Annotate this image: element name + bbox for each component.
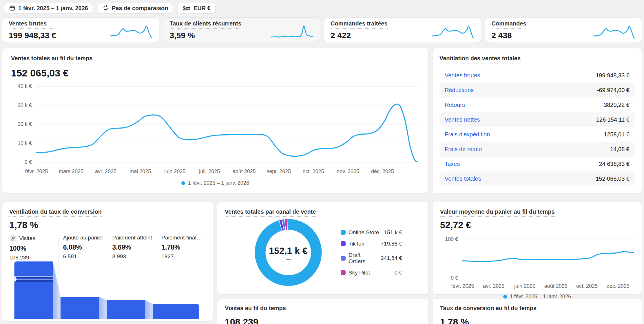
- donut-center: 152,1 k €: [254, 219, 322, 286]
- channel-value: 341,84 €: [381, 255, 402, 261]
- breakdown-row: Ventes nettes 126 154,11 €: [439, 112, 635, 127]
- card-title[interactable]: Visites au fil du temps: [225, 305, 286, 313]
- total-sales-line-chart: 40 k €30 k €20 k €10 k €0 €févr. 2025mar…: [11, 82, 420, 176]
- svg-text:août 2025: août 2025: [233, 169, 256, 174]
- conversion-value: 1,78 %: [440, 317, 634, 324]
- main-row: Ventes totales au fil du temps 152 065,0…: [2, 48, 642, 193]
- legend-label: 1 févr. 2025 – 1 janv. 2026: [188, 180, 249, 186]
- kpi-title[interactable]: Commandes traitées: [331, 20, 388, 29]
- sparkline-chart: [109, 24, 153, 41]
- card-title[interactable]: Valeur moyenne du panier au fil du temps: [440, 208, 555, 217]
- kpi-title[interactable]: Ventes brutes: [9, 20, 56, 29]
- channel-value: 151 k €: [384, 229, 402, 236]
- kpi-card-gross-sales[interactable]: Ventes brutes 199 948,33 €: [2, 18, 159, 43]
- kpi-title[interactable]: Taux de clients récurrents: [170, 20, 242, 29]
- legend-dot-icon: [503, 295, 507, 299]
- funnel-step-percent: 100%: [9, 245, 59, 252]
- breakdown-metric-link[interactable]: Ventes totales: [445, 175, 481, 182]
- breakdown-metric-link[interactable]: Frais d'expédition: [445, 131, 490, 138]
- sales-by-channel-card: Ventes totales par canal de vente 152,1 …: [217, 202, 428, 294]
- channel-legend: Online Store 151 k € TikTok 719,86 € Dra…: [341, 229, 402, 276]
- donut-chart: 152,1 k €: [254, 219, 322, 286]
- svg-text:oct. 2025: oct. 2025: [303, 169, 324, 174]
- svg-text:0 €: 0 €: [451, 275, 458, 281]
- channel-legend-item[interactable]: Sky Pilot 0 €: [341, 270, 402, 276]
- svg-text:août 2025: août 2025: [544, 283, 568, 289]
- channel-swatch-icon: [341, 270, 346, 275]
- aov-value: 52,72 €: [440, 220, 634, 230]
- breakdown-metric-value: -3820,22 €: [602, 102, 630, 108]
- card-title[interactable]: Taux de conversion au fil du temps: [440, 305, 537, 313]
- date-range-button[interactable]: 1 févr. 2025 – 1 janv. 2026: [4, 3, 93, 13]
- channel-name: TikTok: [349, 241, 378, 247]
- breakdown-metric-value: 126 154,11 €: [596, 116, 630, 123]
- channel-value: 719,86 €: [381, 241, 402, 247]
- svg-text:0 €: 0 €: [25, 159, 32, 165]
- comparison-label: Pas de comparaison: [112, 5, 168, 12]
- svg-text:40 k €: 40 k €: [18, 83, 32, 89]
- visits-over-time-card: Visites au fil du temps 108 239: [217, 299, 428, 324]
- svg-text:100 €: 100 €: [445, 236, 458, 242]
- svg-text:avr. 2025: avr. 2025: [95, 169, 116, 174]
- svg-text:oct. 2025: oct. 2025: [576, 283, 598, 289]
- breakdown-row: Ventes brutes 199 948,33 €: [439, 68, 635, 83]
- total-sales-over-time-card: Ventes totales au fil du temps 152 065,0…: [2, 48, 428, 193]
- funnel-step-count: 3 993: [112, 253, 157, 260]
- breakdown-row: Ventes totales 152 065,03 €: [439, 171, 635, 186]
- svg-text:juin 2025: juin 2025: [514, 283, 535, 289]
- currency-button[interactable]: $⇄ EUR €: [178, 3, 215, 13]
- kpi-value: 2 422: [331, 31, 388, 40]
- kpi-title[interactable]: Commandes: [492, 20, 526, 29]
- funnel-chart: Visites 100% 108 239 Ajouté au panier 6.…: [9, 235, 206, 319]
- calendar-icon: [9, 5, 15, 11]
- breakdown-metric-link[interactable]: Ventes nettes: [445, 116, 480, 123]
- breakdown-metric-link[interactable]: Retours: [445, 102, 465, 108]
- channel-name: Sky Pilot: [349, 270, 392, 276]
- card-title[interactable]: Ventes totales au fil du temps: [11, 55, 92, 63]
- svg-text:sept. 2025: sept. 2025: [267, 169, 291, 174]
- visits-value: 108 239: [225, 317, 421, 324]
- sparkline-chart: [431, 24, 475, 41]
- svg-text:mai 2025: mai 2025: [129, 169, 151, 174]
- funnel-step-percent: 3.69%: [112, 244, 157, 251]
- total-sales-breakdown-card: Ventilation des ventes totales Ventes br…: [433, 48, 642, 193]
- channel-swatch-icon: [341, 256, 346, 261]
- aov-line-chart: 100 €0 €févr. 2025avr. 2025juin 2025août…: [440, 232, 636, 290]
- channel-legend-item[interactable]: TikTok 719,86 €: [341, 241, 402, 247]
- breakdown-metric-link[interactable]: Frais de retour: [445, 146, 482, 153]
- average-order-value-card: Valeur moyenne du panier au fil du temps…: [433, 202, 642, 294]
- channel-legend-item[interactable]: Online Store 151 k €: [341, 229, 402, 236]
- channel-legend-item[interactable]: Draft Orders 341,84 €: [341, 252, 402, 265]
- breakdown-metric-value: 152 065,03 €: [596, 175, 630, 182]
- breakdown-metric-link[interactable]: Taxes: [445, 161, 460, 167]
- comparison-button[interactable]: Pas de comparaison: [98, 3, 173, 13]
- breakdown-metric-link[interactable]: Réductions: [445, 87, 474, 94]
- date-range-label: 1 févr. 2025 – 1 janv. 2026: [18, 5, 88, 12]
- currency-exchange-icon: $⇄: [183, 5, 191, 12]
- compare-arrows-icon: [103, 5, 109, 11]
- card-title[interactable]: Ventilation du taux de conversion: [9, 208, 102, 217]
- svg-text:déc. 2025: déc. 2025: [607, 283, 630, 289]
- card-title[interactable]: Ventilation des ventes totales: [439, 55, 521, 63]
- breakdown-row: Taxes 24 638,83 €: [439, 157, 635, 171]
- svg-text:févr. 2025: févr. 2025: [25, 169, 48, 174]
- funnel-step-label: Visites: [9, 235, 59, 242]
- channel-value: 0 €: [395, 270, 402, 276]
- card-title[interactable]: Ventes totales par canal de vente: [225, 208, 316, 217]
- funnel-step-percent: 6.08%: [63, 244, 108, 251]
- funnel-step: Ajouté au panier 6.08% 6 581: [59, 235, 108, 261]
- channel-name: Online Store: [349, 229, 381, 236]
- donut-center-dash: [286, 259, 291, 260]
- funnel-step-label: Ajouté au panier: [63, 235, 108, 241]
- svg-text:juil. 2025: juil. 2025: [199, 169, 220, 174]
- breakdown-metric-link[interactable]: Ventes brutes: [445, 72, 480, 79]
- kpi-card-orders[interactable]: Commandes 2 438: [485, 18, 642, 43]
- lightning-icon: [9, 235, 17, 242]
- breakdown-row: Frais de retour 14,08 €: [439, 142, 635, 157]
- funnel-step-count: 108 239: [9, 255, 59, 261]
- kpi-card-returning-customer-rate[interactable]: Taux de clients récurrents 3,59 %: [163, 18, 320, 43]
- kpi-card-fulfilled-orders[interactable]: Commandes traitées 2 422: [324, 18, 481, 43]
- legend-dot-icon: [181, 181, 185, 185]
- conversion-over-time-card: Taux de conversion au fil du temps 1,78 …: [433, 299, 642, 324]
- funnel-bars: [9, 261, 204, 319]
